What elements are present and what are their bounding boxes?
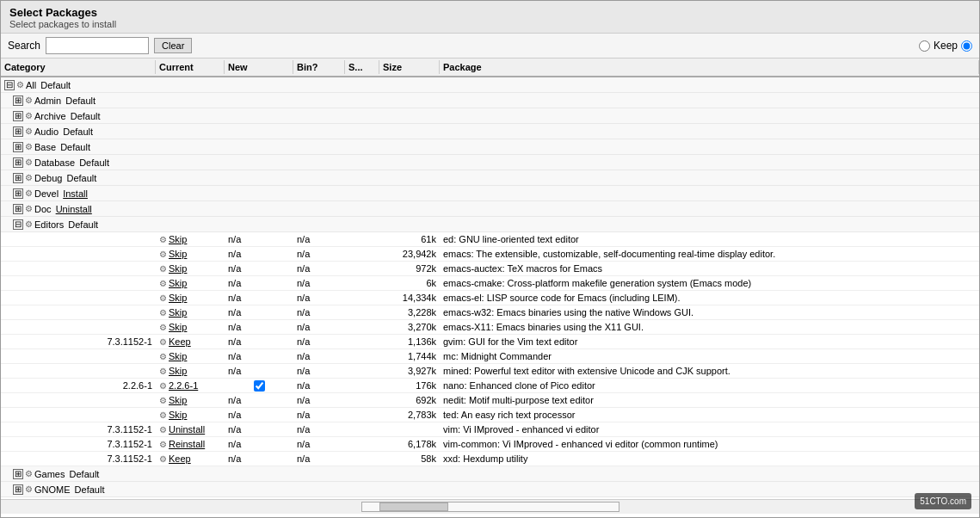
category-doc[interactable]: ⊞ ⚙ Doc Uninstall — [1, 203, 156, 215]
col-new[interactable]: New — [225, 60, 293, 74]
category-row-games[interactable]: ⊞ ⚙ Games Default — [1, 466, 979, 482]
pkg-row-mc: ⚙ Skip n/a n/a 1,744k mc: Midnight Comma… — [1, 349, 979, 364]
col-category[interactable]: Category — [1, 60, 156, 74]
expand-icon-games[interactable]: ⊞ — [13, 469, 23, 479]
category-row-editors[interactable]: ⊟ ⚙ Editors Default — [1, 217, 979, 232]
category-base[interactable]: ⊞ ⚙ Base Default — [1, 141, 156, 153]
category-database[interactable]: ⊞ ⚙ Database Default — [1, 157, 156, 169]
pkg-current-ed[interactable]: ⚙ Skip — [156, 233, 225, 245]
pkg-row-emacs-w32: ⚙ Skip n/a n/a 3,228k emacs-w32: Emacs b… — [1, 305, 979, 320]
nano-checkbox[interactable] — [254, 380, 265, 392]
category-gnome[interactable]: ⊞ ⚙ GNOME Default — [1, 484, 156, 496]
pkg-current-emacs-cmake[interactable]: ⚙ Skip — [156, 277, 225, 289]
pkg-current-emacs-w32[interactable]: ⚙ Skip — [156, 306, 225, 318]
pkg-current-emacs-el[interactable]: ⚙ Skip — [156, 292, 225, 304]
pkg-row-emacs-cmake: ⚙ Skip n/a n/a 6k emacs-cmake: Cross-pla… — [1, 276, 979, 291]
window-subtitle: Select packages to install — [9, 19, 971, 29]
watermark: 51CTO.com — [915, 493, 971, 509]
cycle-icon-devel[interactable]: ⚙ — [25, 188, 33, 198]
search-input[interactable] — [46, 37, 149, 54]
category-editors[interactable]: ⊟ ⚙ Editors Default — [1, 219, 156, 231]
expand-icon-all[interactable]: ⊟ — [4, 80, 15, 90]
category-row-audio[interactable]: ⊞ ⚙ Audio Default — [1, 124, 979, 139]
cycle-icon-audio[interactable]: ⚙ — [25, 126, 33, 136]
col-bin[interactable]: Bin? — [293, 60, 345, 74]
pkg-row-xxd: 7.3.1152-1 ⚙ Keep n/a n/a 58k xxd: Hexdu… — [1, 452, 979, 466]
col-package[interactable]: Package — [440, 60, 979, 74]
category-admin[interactable]: ⊞ ⚙ Admin Default — [1, 95, 156, 107]
cycle-icon-editors[interactable]: ⚙ — [25, 219, 33, 229]
expand-icon-database[interactable]: ⊞ — [13, 157, 23, 168]
keep-label: Keep — [934, 40, 958, 52]
pkg-row-gvim: 7.3.1152-1 ⚙ Keep n/a n/a 1,136k gvim: G… — [1, 335, 979, 349]
pkg-current-vim-common[interactable]: ⚙ Reinstall — [156, 438, 225, 450]
category-devel[interactable]: ⊞ ⚙ Devel Install — [1, 188, 156, 200]
cell-empty — [156, 84, 225, 86]
category-row-gnome[interactable]: ⊞ ⚙ GNOME Default — [1, 482, 979, 497]
keep-radio2[interactable] — [961, 40, 972, 52]
pkg-row-emacs: ⚙ Skip n/a n/a 23,942k emacs: The extens… — [1, 247, 979, 262]
category-row-archive[interactable]: ⊞ ⚙ Archive Default — [1, 108, 979, 124]
pkg-current-gvim[interactable]: ⚙ Keep — [156, 336, 225, 348]
cycle-icon-debug[interactable]: ⚙ — [25, 173, 33, 182]
pkg-row-emacs-el: ⚙ Skip n/a n/a 14,334k emacs-el: LISP so… — [1, 291, 979, 305]
category-games[interactable]: ⊞ ⚙ Games Default — [1, 468, 156, 480]
cycle-icon-games[interactable]: ⚙ — [25, 469, 33, 478]
expand-icon-doc[interactable]: ⊞ — [13, 204, 23, 214]
expand-icon-debug[interactable]: ⊞ — [13, 173, 23, 183]
expand-icon-editors[interactable]: ⊟ — [13, 219, 23, 230]
cycle-icon-doc[interactable]: ⚙ — [25, 204, 33, 213]
category-all[interactable]: ⊟ ⚙ All Default — [1, 79, 156, 91]
expand-icon-base[interactable]: ⊞ — [13, 142, 23, 152]
pkg-current-emacs-x11[interactable]: ⚙ Skip — [156, 321, 225, 333]
pkg-current-mined[interactable]: ⚙ Skip — [156, 365, 225, 377]
bottom-bar — [1, 499, 979, 514]
col-s[interactable]: S... — [345, 60, 379, 74]
pkg-current-vim[interactable]: ⚙ Uninstall — [156, 423, 225, 435]
table-body: ⊟ ⚙ All Default ⊞ ⚙ Admin Default — [1, 77, 979, 499]
cycle-icon-all[interactable]: ⚙ — [16, 80, 24, 89]
category-row-doc[interactable]: ⊞ ⚙ Doc Uninstall — [1, 201, 979, 217]
category-row-debug[interactable]: ⊞ ⚙ Debug Default — [1, 170, 979, 186]
category-audio[interactable]: ⊞ ⚙ Audio Default — [1, 126, 156, 138]
pkg-current-emacs-auctex[interactable]: ⚙ Skip — [156, 262, 225, 274]
category-row-all[interactable]: ⊟ ⚙ All Default — [1, 77, 979, 93]
col-current[interactable]: Current — [156, 60, 225, 74]
pkg-current-mc[interactable]: ⚙ Skip — [156, 350, 225, 362]
scrollbar-thumb[interactable] — [379, 503, 448, 511]
expand-icon-audio[interactable]: ⊞ — [13, 126, 23, 137]
pkg-current-emacs[interactable]: ⚙ Skip — [156, 248, 225, 260]
col-size[interactable]: Size — [379, 60, 440, 74]
pkg-current-nano[interactable]: ⚙ 2.2.6-1 — [156, 379, 225, 392]
category-row-database[interactable]: ⊞ ⚙ Database Default — [1, 155, 979, 170]
pkg-cell-left-ed — [1, 238, 156, 240]
table-header: Category Current New Bin? S... Size Pack… — [1, 59, 979, 77]
clear-button[interactable]: Clear — [154, 38, 192, 53]
category-debug[interactable]: ⊞ ⚙ Debug Default — [1, 172, 156, 184]
title-bar: Select Packages Select packages to insta… — [1, 1, 979, 34]
expand-icon-archive[interactable]: ⊞ — [13, 111, 23, 121]
expand-icon-admin[interactable]: ⊞ — [13, 96, 23, 106]
category-row-devel[interactable]: ⊞ ⚙ Devel Install — [1, 186, 979, 201]
window-title: Select Packages — [9, 6, 971, 19]
pkg-row-nedit: ⚙ Skip n/a n/a 692k nedit: Motif multi-p… — [1, 393, 979, 408]
cycle-icon-database[interactable]: ⚙ — [25, 157, 33, 167]
pkg-row-emacs-auctex: ⚙ Skip n/a n/a 972k emacs-auctex: TeX ma… — [1, 262, 979, 276]
expand-icon-gnome[interactable]: ⊞ — [13, 484, 23, 495]
toolbar-left: Search Clear — [8, 37, 192, 54]
pkg-row-emacs-x11: ⚙ Skip n/a n/a 3,270k emacs-X11: Emacs b… — [1, 320, 979, 335]
category-archive[interactable]: ⊞ ⚙ Archive Default — [1, 110, 156, 122]
category-row-base[interactable]: ⊞ ⚙ Base Default — [1, 139, 979, 155]
keep-radio[interactable] — [919, 40, 930, 52]
cycle-icon-admin[interactable]: ⚙ — [25, 96, 33, 105]
cycle-icon-base[interactable]: ⚙ — [25, 142, 33, 151]
pkg-row-mined: ⚙ Skip n/a n/a 3,927k mined: Powerful te… — [1, 364, 979, 379]
horizontal-scrollbar[interactable] — [361, 502, 619, 512]
pkg-current-nedit[interactable]: ⚙ Skip — [156, 394, 225, 406]
expand-icon-devel[interactable]: ⊞ — [13, 188, 23, 199]
category-row-admin[interactable]: ⊞ ⚙ Admin Default — [1, 93, 979, 108]
cycle-icon-archive[interactable]: ⚙ — [25, 111, 33, 120]
pkg-current-ted[interactable]: ⚙ Skip — [156, 409, 225, 421]
cycle-icon-gnome[interactable]: ⚙ — [25, 484, 33, 494]
pkg-current-xxd[interactable]: ⚙ Keep — [156, 453, 225, 465]
